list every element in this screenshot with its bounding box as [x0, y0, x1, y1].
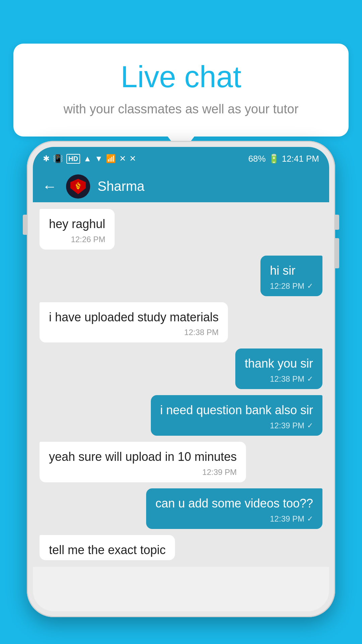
chat-header: ← S Sharma [33, 170, 329, 202]
message-row: i need question bank also sir 12:39 PM ✓ [40, 395, 322, 436]
wifi-icon: ▼ [95, 154, 103, 163]
signal-bars: 📶 [106, 154, 116, 163]
status-bar: ✱ 📳 HD ▲ ▼ 📶 ✕ ✕ 68% 🔋 12:41 PM [33, 147, 329, 170]
check-icon: ✓ [307, 282, 313, 290]
message-time: 12:38 PM [270, 374, 304, 384]
side-button-left [23, 215, 27, 235]
message-time: 12:39 PM [270, 421, 304, 430]
phone-screen: ✱ 📳 HD ▲ ▼ 📶 ✕ ✕ 68% 🔋 12:41 PM ← [33, 147, 329, 611]
message-bubble-received: hey raghul 12:26 PM [40, 209, 115, 250]
message-text: tell me the exact topic [49, 542, 166, 558]
side-button-right-2 [335, 238, 339, 268]
message-time: 12:39 PM [270, 514, 304, 524]
message-text: yeah sure will upload in 10 minutes [49, 449, 237, 465]
superman-icon: S [70, 178, 86, 195]
time-display: 12:41 PM [282, 154, 319, 164]
message-row: thank you sir 12:38 PM ✓ [40, 348, 322, 389]
battery-icon: 🔋 [268, 154, 279, 164]
message-bubble-received: i have uploaded study materials 12:38 PM [40, 302, 228, 343]
x-icon-1: ✕ [119, 154, 126, 163]
message-meta: 12:39 PM ✓ [156, 514, 313, 524]
message-text: hey raghul [49, 216, 105, 232]
contact-name: Sharma [98, 179, 144, 194]
signal-icon: ▲ [83, 154, 92, 163]
contact-avatar: S [66, 174, 90, 199]
phone-mockup: ✱ 📳 HD ▲ ▼ 📶 ✕ ✕ 68% 🔋 12:41 PM ← [27, 141, 335, 644]
message-time: 12:39 PM [202, 468, 237, 477]
message-meta: 12:26 PM [49, 235, 105, 244]
phone-outer: ✱ 📳 HD ▲ ▼ 📶 ✕ ✕ 68% 🔋 12:41 PM ← [27, 141, 335, 617]
message-time: 12:26 PM [71, 235, 105, 244]
message-bubble-sent: thank you sir 12:38 PM ✓ [235, 348, 322, 389]
message-meta: 12:38 PM [49, 328, 219, 337]
message-bubble-sent: i need question bank also sir 12:39 PM ✓ [151, 395, 322, 436]
message-time: 12:28 PM [270, 281, 304, 291]
message-text: hi sir [270, 263, 313, 279]
vibrate-icon: 📳 [53, 154, 63, 163]
message-bubble-sent: hi sir 12:28 PM ✓ [260, 256, 322, 296]
speech-bubble-container: Live chat with your classmates as well a… [13, 44, 349, 137]
message-bubble-received: tell me the exact topic [40, 535, 175, 560]
message-meta: 12:39 PM [49, 468, 237, 477]
message-row: yeah sure will upload in 10 minutes 12:3… [40, 442, 322, 482]
check-icon: ✓ [307, 375, 313, 383]
battery-pct: 68% [248, 154, 266, 164]
side-button-right-1 [335, 215, 339, 230]
message-time: 12:38 PM [184, 328, 219, 337]
message-row: can u add some videos too?? 12:39 PM ✓ [40, 488, 322, 529]
message-text: can u add some videos too?? [156, 496, 313, 512]
message-text: i need question bank also sir [160, 402, 313, 418]
message-text: i have uploaded study materials [49, 310, 219, 325]
message-row: i have uploaded study materials 12:38 PM [40, 302, 322, 343]
bluetooth-icon: ✱ [43, 154, 50, 163]
status-left-icons: ✱ 📳 HD ▲ ▼ 📶 ✕ ✕ [43, 154, 136, 164]
message-meta: 12:28 PM ✓ [270, 281, 313, 291]
hd-icon: HD [66, 154, 80, 164]
message-bubble-received: yeah sure will upload in 10 minutes 12:3… [40, 442, 246, 482]
message-row: tell me the exact topic [40, 535, 322, 560]
speech-bubble: Live chat with your classmates as well a… [13, 44, 349, 137]
back-button[interactable]: ← [42, 179, 57, 194]
check-icon: ✓ [307, 515, 313, 523]
svg-text:S: S [76, 182, 80, 189]
live-chat-subtitle: with your classmates as well as your tut… [34, 100, 328, 118]
live-chat-title: Live chat [34, 60, 328, 94]
check-icon: ✓ [307, 421, 313, 430]
message-text: thank you sir [245, 356, 313, 372]
message-meta: 12:39 PM ✓ [160, 421, 313, 430]
chat-area: hey raghul 12:26 PM hi sir 12:28 PM ✓ [33, 202, 329, 567]
message-bubble-sent: can u add some videos too?? 12:39 PM ✓ [146, 488, 322, 529]
status-right: 68% 🔋 12:41 PM [248, 154, 319, 164]
message-row: hey raghul 12:26 PM [40, 209, 322, 250]
message-row: hi sir 12:28 PM ✓ [40, 256, 322, 296]
x-icon-2: ✕ [129, 154, 136, 163]
message-meta: 12:38 PM ✓ [245, 374, 313, 384]
